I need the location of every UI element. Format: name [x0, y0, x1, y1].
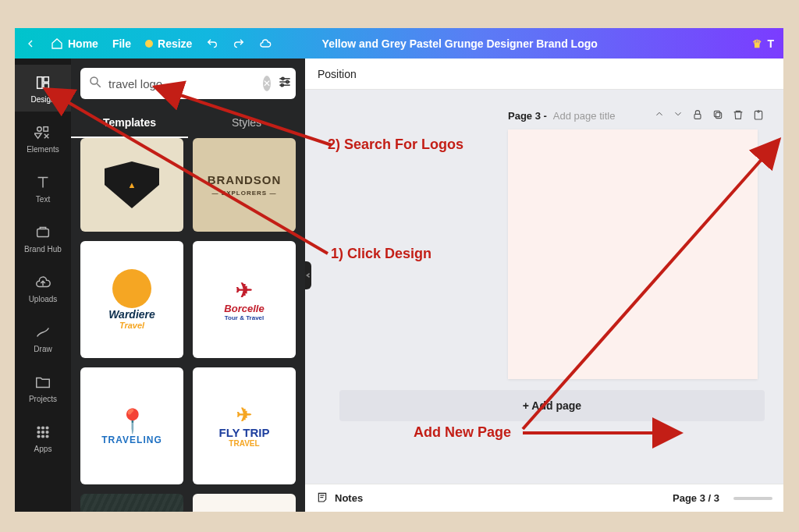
- elements-label: Elements: [27, 145, 59, 154]
- clear-search-button[interactable]: ✕: [263, 76, 271, 91]
- svg-marker-5: [34, 133, 41, 137]
- page-down-button[interactable]: [673, 108, 684, 123]
- annotation-label: 2) Search For Logos: [328, 137, 463, 153]
- sidebar-item-design[interactable]: Design: [15, 65, 71, 112]
- add-page-button[interactable]: + Add page: [339, 390, 765, 421]
- template-text: FLY TRIP: [218, 426, 269, 439]
- topbar: Home File Resize Yellow and Grey Pastel …: [15, 28, 783, 59]
- app-window: Home File Resize Yellow and Grey Pastel …: [15, 28, 783, 512]
- document-title[interactable]: Yellow and Grey Pastel Grunge Designer B…: [322, 37, 598, 50]
- notes-icon: [316, 491, 328, 505]
- tab-templates[interactable]: Templates: [71, 108, 188, 138]
- template-card[interactable]: ✈ Borcelle Tour & Travel: [193, 241, 296, 358]
- undo-button[interactable]: [206, 37, 218, 50]
- svg-point-11: [46, 427, 48, 429]
- svg-rect-27: [716, 112, 721, 118]
- lock-page-button[interactable]: [691, 108, 704, 123]
- page-title-input[interactable]: Add page title: [553, 110, 616, 122]
- sidebar-item-brandhub[interactable]: Brand Hub: [15, 215, 71, 261]
- template-text: Wardiere: [108, 308, 155, 321]
- page-number-label: Page 3 -: [508, 110, 547, 122]
- svg-point-16: [42, 435, 44, 438]
- home-button[interactable]: Home: [51, 37, 98, 50]
- svg-point-14: [46, 431, 48, 433]
- template-text: Borcelle: [224, 303, 264, 314]
- brandhub-label: Brand Hub: [24, 245, 62, 254]
- resize-label: Resize: [158, 37, 192, 50]
- apps-icon: [34, 423, 52, 442]
- bottom-bar: Notes Page 3 / 3: [305, 484, 783, 512]
- back-button[interactable]: [24, 37, 37, 50]
- uploads-icon: [34, 273, 52, 292]
- undo-icon: [206, 37, 218, 50]
- draw-icon: [34, 323, 52, 342]
- cloud-sync-button[interactable]: [259, 37, 272, 50]
- delete-page-button[interactable]: [732, 108, 744, 123]
- sidebar-rail: Design Elements Text Brand Hub Uploads D…: [15, 59, 71, 512]
- template-card[interactable]: BRANDSON — EXPLORERS —: [193, 138, 296, 232]
- svg-point-17: [46, 435, 48, 438]
- chevron-left-icon: [24, 37, 37, 50]
- svg-rect-26: [694, 114, 701, 119]
- design-icon: [34, 73, 52, 92]
- filter-button[interactable]: [277, 74, 293, 93]
- brandhub-icon: [34, 223, 52, 242]
- duplicate-page-button[interactable]: [712, 108, 724, 123]
- notes-button[interactable]: Notes: [335, 492, 363, 504]
- page-up-button[interactable]: [654, 108, 665, 123]
- canvas-toolbar: Position: [305, 59, 783, 90]
- file-menu[interactable]: File: [112, 37, 131, 50]
- svg-rect-2: [44, 83, 48, 87]
- annotation-label: 1) Click Design: [331, 246, 431, 262]
- resize-button[interactable]: Resize: [145, 37, 192, 50]
- add-page-icon-button[interactable]: [752, 108, 765, 123]
- sidebar-item-uploads[interactable]: Uploads: [15, 264, 71, 311]
- template-card[interactable]: 🗺 Pretty Little Adventures: [193, 494, 296, 512]
- search-input[interactable]: [108, 77, 257, 90]
- text-icon: [34, 173, 52, 192]
- svg-rect-4: [44, 126, 48, 131]
- design-label: Design: [30, 95, 55, 104]
- home-label: Home: [68, 37, 98, 50]
- position-button[interactable]: Position: [318, 68, 357, 80]
- template-card[interactable]: ✈ FLY TRIP TRAVEL: [193, 367, 296, 484]
- template-text: TRAVELING: [101, 434, 162, 445]
- sidebar-item-apps[interactable]: Apps: [15, 414, 71, 461]
- template-text: — EXPLORERS —: [212, 190, 277, 197]
- sidebar-item-elements[interactable]: Elements: [15, 115, 71, 161]
- resize-icon: [145, 40, 153, 48]
- template-text: Tour & Travel: [225, 314, 265, 321]
- sidebar-item-text[interactable]: Text: [15, 165, 71, 211]
- sidebar-item-projects[interactable]: Projects: [15, 364, 71, 411]
- svg-point-15: [37, 435, 40, 438]
- tab-styles[interactable]: Styles: [188, 108, 305, 138]
- zoom-slider[interactable]: [733, 497, 772, 500]
- svg-point-9: [37, 427, 40, 429]
- redo-button[interactable]: [233, 37, 245, 50]
- page-canvas[interactable]: [508, 129, 758, 379]
- svg-rect-8: [37, 229, 49, 236]
- template-text: Travel: [119, 321, 144, 330]
- elements-icon: [34, 123, 52, 142]
- template-card[interactable]: ▲: [80, 138, 183, 232]
- svg-point-18: [91, 77, 98, 84]
- cloud-icon: [259, 37, 272, 50]
- try-pro-button[interactable]: T: [767, 37, 774, 50]
- svg-rect-0: [37, 76, 42, 88]
- template-card[interactable]: Wardiere Travel: [80, 241, 183, 358]
- pin-icon: 📍: [118, 407, 147, 434]
- template-card[interactable]: 📍 TRAVELING: [80, 367, 183, 484]
- sidebar-item-draw[interactable]: Draw: [15, 314, 71, 361]
- home-icon: [51, 37, 63, 50]
- sun-icon: [112, 269, 151, 308]
- page-header: Page 3 - Add page title: [508, 108, 765, 123]
- svg-rect-28: [714, 111, 719, 116]
- projects-label: Projects: [29, 395, 57, 403]
- canvas-area: Position Page 3 - Add page title: [305, 59, 783, 512]
- template-card[interactable]: △ ROVE & STONE PHOTOGRAPHY: [80, 494, 183, 512]
- redo-icon: [233, 37, 245, 50]
- crown-icon: ♛: [752, 37, 762, 50]
- file-label: File: [112, 37, 131, 50]
- svg-point-12: [37, 431, 40, 433]
- search-icon: [88, 75, 102, 92]
